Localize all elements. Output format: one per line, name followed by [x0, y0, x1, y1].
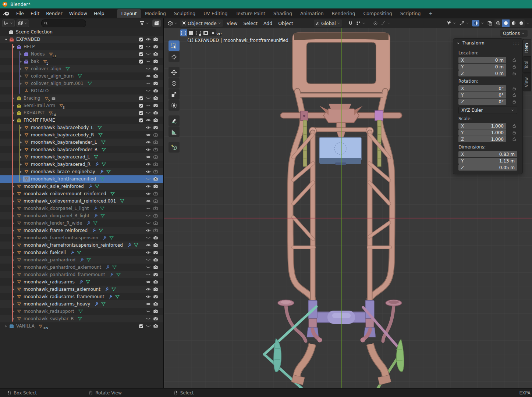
disclosure-arrow-icon[interactable] [18, 148, 23, 152]
disclosure-arrow-icon[interactable] [11, 111, 16, 115]
hide-toggle[interactable] [145, 294, 152, 299]
disclosure-arrow-icon[interactable] [18, 155, 23, 159]
outliner-row[interactable]: moonhawk_panhardrod_framemount [0, 271, 163, 278]
render-toggle[interactable] [152, 213, 159, 218]
outliner-row[interactable]: moonhawk_radiusarms_axlemount [0, 286, 163, 293]
disclosure-arrow-icon[interactable] [11, 317, 16, 321]
outliner-row[interactable]: moonhawk_coilovermount_reinforced [0, 190, 163, 197]
location-x-field[interactable]: X0 m [458, 57, 517, 63]
outliner-row[interactable]: FRONT FRAME [0, 117, 163, 124]
display-mode-button[interactable] [17, 19, 29, 27]
render-toggle[interactable] [152, 110, 159, 115]
location-y-field[interactable]: Y0 m [458, 64, 517, 70]
exclude-checkbox[interactable] [139, 103, 143, 108]
outliner-row[interactable]: coilover_align [0, 65, 163, 72]
render-toggle[interactable] [152, 125, 159, 130]
exclude-checkbox[interactable] [139, 44, 143, 49]
render-toggle[interactable] [152, 309, 159, 314]
menu-file[interactable]: File [13, 9, 27, 18]
lock-icon[interactable] [506, 99, 517, 104]
hide-toggle[interactable] [145, 66, 152, 71]
hide-toggle[interactable] [145, 272, 152, 277]
tool-add-cube[interactable] [169, 142, 180, 153]
disclosure-arrow-icon[interactable] [18, 133, 23, 137]
hide-toggle[interactable] [145, 132, 152, 137]
disclosure-arrow-icon[interactable] [11, 287, 16, 292]
hide-toggle[interactable] [145, 287, 152, 292]
hide-toggle[interactable] [145, 154, 152, 160]
outliner-row[interactable]: Nodes11 [0, 50, 163, 58]
outliner-row[interactable]: Bracing5 [0, 94, 163, 102]
transform-orientation-selector[interactable]: Global [314, 19, 342, 27]
hide-toggle[interactable] [145, 250, 152, 255]
shading-wireframe-button[interactable] [494, 19, 502, 27]
tool-move[interactable] [169, 67, 180, 78]
rotation-x-field[interactable]: X0° [458, 85, 517, 92]
disclosure-arrow-icon[interactable] [11, 199, 16, 203]
render-toggle[interactable] [152, 51, 159, 57]
tab-sculpting[interactable]: Sculpting [170, 9, 199, 18]
exclude-checkbox[interactable] [139, 118, 143, 123]
outliner-row[interactable]: moonhawk_brace_enginebay [0, 168, 163, 175]
outliner-search[interactable] [41, 19, 86, 27]
render-toggle[interactable] [152, 287, 159, 292]
render-toggle[interactable] [152, 66, 159, 71]
hide-toggle[interactable] [145, 37, 152, 42]
disclosure-arrow-icon[interactable] [11, 214, 16, 218]
lock-icon[interactable] [506, 86, 517, 91]
render-toggle[interactable] [152, 301, 159, 307]
exclude-checkbox[interactable] [139, 51, 143, 57]
tab-rendering[interactable]: Rendering [328, 9, 359, 18]
filter-button[interactable] [138, 19, 150, 27]
render-toggle[interactable] [152, 323, 159, 329]
disclosure-arrow-icon[interactable] [11, 207, 16, 211]
render-toggle[interactable] [152, 221, 159, 226]
disclosure-arrow-icon[interactable] [11, 243, 16, 247]
lock-icon[interactable] [506, 93, 517, 97]
lock-icon[interactable] [506, 64, 517, 69]
shading-dropdown-icon[interactable] [526, 21, 530, 25]
tool-select-box[interactable] [169, 40, 180, 51]
disclosure-arrow-icon[interactable] [11, 192, 16, 196]
proportional-editing-toggle[interactable] [372, 19, 379, 27]
disclosure-arrow-icon[interactable] [11, 185, 16, 189]
hide-toggle[interactable] [145, 74, 152, 79]
hide-toggle[interactable] [145, 301, 152, 307]
outliner-row[interactable]: coilover_align_burn [0, 72, 163, 80]
outliner-row[interactable]: moonhawk_radiusarms_framemount [0, 293, 163, 300]
viewport-menu-view[interactable]: View [224, 19, 241, 27]
tab-modeling[interactable]: Modeling [141, 9, 170, 18]
dimensions-y-field[interactable]: Y1.13 m [458, 158, 517, 164]
hide-toggle[interactable] [145, 44, 152, 49]
location-z-field[interactable]: Z0 m [458, 70, 517, 76]
render-toggle[interactable] [152, 132, 159, 137]
hide-toggle[interactable] [145, 59, 152, 64]
disclosure-arrow-icon[interactable] [11, 104, 16, 108]
hide-toggle[interactable] [145, 169, 152, 174]
disclosure-arrow-icon[interactable] [4, 37, 8, 42]
outliner-row-scene-collection[interactable]: Scene Collection [0, 28, 163, 36]
tab-layout[interactable]: Layout [117, 9, 141, 18]
render-toggle[interactable] [152, 228, 159, 233]
sidebar-tab-item[interactable]: Item [523, 39, 531, 56]
hide-toggle[interactable] [145, 257, 152, 262]
scale-y-field[interactable]: Y1.000 [458, 129, 517, 136]
snap-toggle[interactable] [347, 19, 355, 27]
hide-toggle[interactable] [145, 103, 152, 108]
render-toggle[interactable] [152, 147, 159, 152]
sidebar-tab-view[interactable]: View [523, 74, 531, 91]
render-toggle[interactable] [152, 44, 159, 49]
outliner-row[interactable]: moonhawk_doorpanel_L_light [0, 205, 163, 212]
render-toggle[interactable] [152, 243, 159, 248]
outliner-row[interactable]: moonhawk_panhardrod [0, 256, 163, 264]
select-mode-intersect[interactable] [209, 29, 216, 36]
outliner-row[interactable]: moonhawk_swaybar_R [0, 315, 163, 322]
hide-toggle[interactable] [145, 51, 152, 57]
disclosure-arrow-icon[interactable] [11, 221, 16, 225]
shading-solid-button[interactable] [502, 19, 510, 27]
render-toggle[interactable] [152, 37, 159, 42]
blender-menu-icon[interactable] [3, 11, 9, 16]
disclosure-arrow-icon[interactable] [11, 229, 16, 233]
disclosure-arrow-icon[interactable] [11, 302, 16, 306]
select-mode-subtract[interactable] [195, 29, 202, 36]
